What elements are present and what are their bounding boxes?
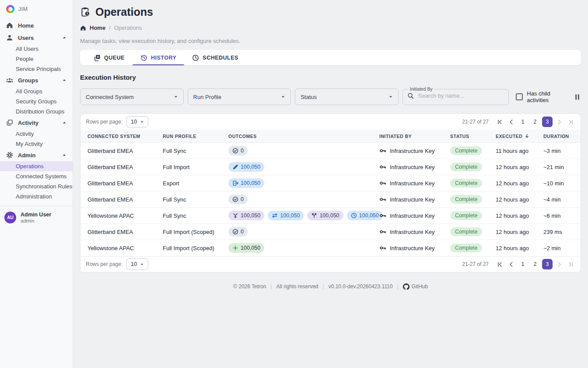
sidebar-item-administration[interactable]: Administration: [0, 191, 73, 202]
table-row[interactable]: Yellowstone APACFull Import (Scoped)100,…: [80, 240, 581, 256]
table-row[interactable]: Glitterband EMEAFull Sync0Infrastructure…: [80, 143, 581, 159]
sidebar-item-distribution-groups[interactable]: Distribution Groups: [0, 106, 73, 117]
first-page-button[interactable]: [495, 117, 504, 127]
col-executed[interactable]: EXECUTED: [492, 130, 540, 143]
breadcrumb-home[interactable]: Home: [90, 25, 105, 31]
page-number-button[interactable]: 1: [518, 259, 528, 269]
rows-per-page-select[interactable]: 10: [126, 116, 148, 127]
initiated-by-name: Infrastructure Key: [390, 164, 435, 170]
sidebar-item-connected-systems[interactable]: Connected Systems: [0, 171, 73, 181]
col-status[interactable]: STATUS: [447, 130, 492, 143]
tab-history[interactable]: HISTORY: [133, 50, 184, 65]
duration-cell: ~6 min: [540, 208, 581, 224]
sidebar-item-activity[interactable]: Activity: [0, 129, 73, 139]
outcome-chip[interactable]: 0: [228, 146, 248, 156]
sidebar-item-security-groups[interactable]: Security Groups: [0, 96, 73, 106]
next-page-button[interactable]: [554, 117, 564, 127]
pencil-icon: [232, 164, 238, 170]
col-run-profile[interactable]: RUN PROFILE: [159, 130, 225, 143]
search-input[interactable]: [417, 92, 504, 99]
col-duration[interactable]: DURATION: [540, 130, 581, 143]
outcome-chip[interactable]: 100,050: [228, 162, 264, 172]
sidebar-user[interactable]: AU Admin User admin: [0, 206, 73, 229]
last-page-button[interactable]: [566, 117, 575, 127]
status-cell: Complete: [447, 240, 492, 256]
sidebar-item-all-groups[interactable]: All Groups: [0, 86, 73, 96]
status-badge: Complete: [450, 179, 482, 188]
key-icon: [379, 228, 386, 235]
col-initiated-by[interactable]: INITIATED BY: [376, 130, 447, 143]
status-select[interactable]: Status: [295, 88, 399, 105]
breadcrumb: Home / Operations: [80, 25, 581, 31]
sidebar-item-all-users[interactable]: All Users: [0, 44, 73, 54]
has-child-activities-label: Has child activities: [527, 90, 574, 103]
app-name: JIM: [18, 6, 28, 12]
outcome-chip[interactable]: 100,050: [228, 243, 264, 253]
sidebar-item-admin[interactable]: Admin: [0, 149, 73, 161]
outcome-chip[interactable]: 100,050: [347, 211, 383, 220]
table-row[interactable]: Glitterband EMEAFull Import (Scoped)0Inf…: [80, 224, 581, 240]
rows-per-page-select[interactable]: 10: [126, 258, 148, 270]
outcomes-cell: 100,050: [225, 240, 376, 256]
previous-page-button[interactable]: [506, 259, 516, 269]
github-link[interactable]: GitHub: [403, 283, 428, 290]
initiated-by-cell: Infrastructure Key: [376, 175, 447, 191]
execution-history-table: CONNECTED SYSTEM RUN PROFILE OUTCOMES IN…: [80, 130, 581, 256]
sidebar-item-my-activity[interactable]: My Activity: [0, 139, 73, 149]
col-outcomes[interactable]: OUTCOMES: [225, 130, 376, 143]
outcome-chip[interactable]: 100,050: [307, 211, 343, 220]
has-child-activities-filter: Has child activities: [516, 90, 574, 103]
last-page-button[interactable]: [566, 259, 575, 269]
sidebar-item-groups[interactable]: Groups: [0, 74, 73, 86]
page-number-button[interactable]: 3: [542, 117, 553, 127]
page-number-button[interactable]: 3: [542, 259, 553, 269]
page-number-button[interactable]: 2: [530, 117, 540, 127]
footer-version: v0.10.0-dev.20260423.1110: [329, 283, 393, 290]
run-profile-select[interactable]: Run Profile: [188, 88, 291, 105]
sidebar-item-synchronisation-rules[interactable]: Synchronisation Rules: [0, 181, 73, 191]
gear-icon: [6, 152, 13, 159]
previous-page-button[interactable]: [506, 117, 516, 127]
sidebar-item-operations[interactable]: Operations: [0, 161, 73, 171]
table-row[interactable]: Glitterband EMEAFull Sync0Infrastructure…: [80, 191, 581, 208]
key-icon: [379, 147, 386, 154]
table-row[interactable]: Glitterband EMEAExport100,050Infrastruct…: [80, 175, 581, 191]
outcomes-cell: 0: [225, 224, 376, 240]
status-badge: Complete: [450, 146, 482, 155]
page-number-button[interactable]: 2: [530, 259, 540, 269]
run-profile-cell: Full Sync: [159, 191, 225, 208]
sidebar-item-home[interactable]: Home: [0, 19, 73, 32]
outcome-chip[interactable]: 100,050: [268, 211, 304, 220]
rows-per-page-label: Rows per page:: [86, 261, 122, 267]
tab-queue[interactable]: QUEUE: [86, 50, 133, 65]
outcome-chip[interactable]: 0: [228, 195, 248, 204]
sidebar-item-activity[interactable]: Activity: [0, 117, 73, 129]
first-page-button[interactable]: [495, 259, 504, 269]
outcome-chip[interactable]: 0: [228, 227, 248, 237]
outcome-chip[interactable]: 100,050: [228, 211, 264, 220]
connected-system-select[interactable]: Connected System: [80, 88, 184, 105]
plus-icon: [232, 245, 238, 251]
table-row[interactable]: Glitterband EMEAFull Import100,050Infras…: [80, 159, 581, 175]
sidebar-item-service-principals[interactable]: Service Principals: [0, 64, 73, 74]
col-connected-system[interactable]: CONNECTED SYSTEM: [80, 130, 159, 143]
table-body: Glitterband EMEAFull Sync0Infrastructure…: [80, 143, 581, 256]
has-child-activities-checkbox[interactable]: [516, 93, 523, 100]
check-circle-icon: [232, 229, 238, 235]
caret-up-icon: [62, 153, 66, 157]
initiated-by-cell: Infrastructure Key: [376, 240, 447, 256]
select-label: Status: [301, 94, 317, 100]
breadcrumb-current: Operations: [114, 25, 142, 31]
sidebar-item-users[interactable]: Users: [0, 32, 73, 44]
outcome-chip[interactable]: 100,050: [228, 178, 264, 188]
user-username: admin: [21, 218, 51, 223]
sidebar-item-people[interactable]: People: [0, 54, 73, 64]
app-logo[interactable]: JIM: [0, 0, 73, 19]
outcomes-cell: 0: [225, 191, 376, 208]
page-number-button[interactable]: 1: [518, 117, 528, 127]
tab-schedules[interactable]: SCHEDULES: [184, 50, 246, 65]
pause-button[interactable]: [574, 93, 581, 101]
jim-logo-icon: [6, 5, 14, 13]
next-page-button[interactable]: [554, 259, 564, 269]
table-row[interactable]: Yellowstone APACFull Sync100,050100,0501…: [80, 208, 581, 224]
